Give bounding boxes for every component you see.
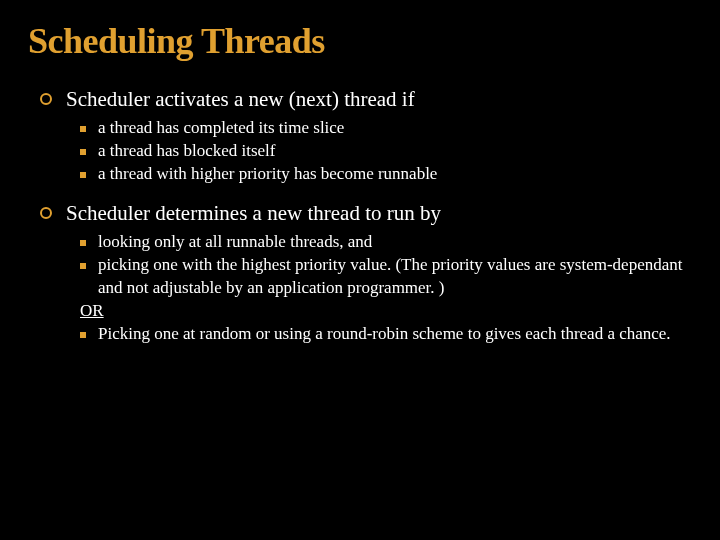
bullet-text: a thread has blocked itself — [98, 140, 276, 163]
bullet-text: a thread has completed its time slice — [98, 117, 344, 140]
list-item: looking only at all runnable threads, an… — [28, 231, 692, 254]
list-item: Scheduler activates a new (next) thread … — [28, 86, 692, 113]
square-bullet-icon — [80, 240, 86, 246]
square-bullet-icon — [80, 149, 86, 155]
list-item: Picking one at random or using a round-r… — [28, 323, 692, 346]
square-bullet-icon — [80, 263, 86, 269]
list-item: a thread with higher priority has become… — [28, 163, 692, 186]
square-bullet-icon — [80, 332, 86, 338]
or-separator: OR — [28, 300, 692, 323]
bullet-text: Scheduler determines a new thread to run… — [66, 200, 441, 227]
slide-title: Scheduling Threads — [28, 20, 692, 62]
slide-content: Scheduler activates a new (next) thread … — [28, 86, 692, 346]
bullet-text: a thread with higher priority has become… — [98, 163, 437, 186]
bullet-text: Scheduler activates a new (next) thread … — [66, 86, 415, 113]
circle-bullet-icon — [40, 93, 52, 105]
square-bullet-icon — [80, 172, 86, 178]
list-item: picking one with the highest priority va… — [28, 254, 692, 300]
bullet-text: Picking one at random or using a round-r… — [98, 323, 671, 346]
bullet-text: picking one with the highest priority va… — [98, 254, 692, 300]
circle-bullet-icon — [40, 207, 52, 219]
list-item: Scheduler determines a new thread to run… — [28, 200, 692, 227]
list-item: a thread has completed its time slice — [28, 117, 692, 140]
list-item: a thread has blocked itself — [28, 140, 692, 163]
square-bullet-icon — [80, 126, 86, 132]
slide: Scheduling Threads Scheduler activates a… — [0, 0, 720, 540]
bullet-text: looking only at all runnable threads, an… — [98, 231, 372, 254]
